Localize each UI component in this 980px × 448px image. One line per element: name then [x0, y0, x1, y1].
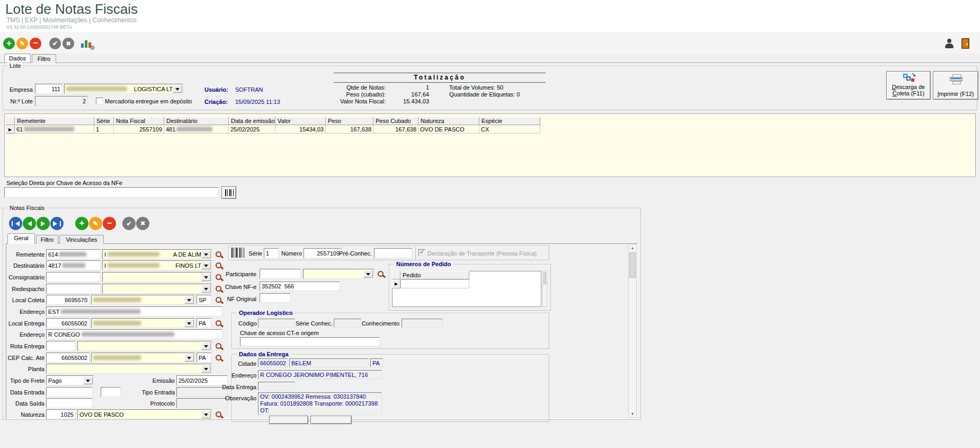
local-entrega-combo[interactable] [91, 318, 195, 328]
delete-button[interactable] [30, 38, 41, 49]
local-entrega-search-icon[interactable] [215, 320, 224, 328]
tab-dados[interactable]: Dados [4, 54, 31, 63]
grid-cell-peso[interactable]: 167,638 [326, 125, 373, 134]
dropdown-arrow-icon[interactable] [201, 365, 211, 373]
nf-form-scrollbar[interactable]: ▲ ▼ [628, 244, 637, 418]
rota-entrega-combo[interactable] [77, 341, 212, 351]
chave-nfe-field[interactable]: 352502 566 [260, 282, 340, 291]
grid-cell-serie[interactable]: 1 [94, 125, 114, 134]
pedidos-col-pedido[interactable]: Pedido [400, 271, 469, 279]
grid-cell-valor[interactable]: 15434,03 [275, 125, 326, 134]
nf-add-button[interactable] [75, 217, 88, 230]
redespacho-combo[interactable] [102, 284, 212, 294]
pedidos-cell-empty[interactable] [400, 279, 469, 288]
endereco-coleta-field[interactable]: EST [46, 306, 222, 317]
participante-combo[interactable] [303, 269, 374, 279]
edit-button[interactable] [16, 38, 28, 49]
nf-tab-vinculacoes[interactable]: Vinculações [59, 235, 104, 244]
tab-filtro[interactable]: Filtro [32, 54, 56, 63]
nf-delete-button[interactable] [103, 217, 116, 230]
consignatario-code-field[interactable] [46, 272, 101, 282]
rota-entrega-code-field[interactable] [46, 341, 76, 351]
dropdown-arrow-icon[interactable] [184, 319, 194, 327]
grid-col-remetente[interactable]: Remetente [15, 117, 94, 125]
chave-acesso-input[interactable] [4, 187, 218, 198]
deposito-checkbox[interactable] [96, 98, 103, 104]
entrega-button-clipped-2[interactable] [310, 416, 352, 424]
consignatario-combo[interactable] [102, 272, 212, 282]
natureza-code-field[interactable]: 1025 [46, 409, 76, 419]
grid-col-natureza[interactable]: Natureza [418, 117, 479, 125]
cep-calc-combo[interactable] [91, 353, 195, 363]
nr-lote-field[interactable]: 2 [35, 96, 88, 106]
data-saida-field[interactable] [46, 398, 93, 408]
destinatario-search-icon[interactable] [215, 262, 224, 270]
destinatario-code-field[interactable]: 4817 [46, 260, 101, 270]
nf-confirm-button[interactable] [122, 217, 136, 230]
descarga-coleta-button[interactable]: ↘ Descarga de Coleta (F11) [886, 71, 931, 100]
grid-cell-natureza[interactable]: OVO DE PASCO [418, 125, 479, 134]
redespacho-code-field[interactable] [46, 284, 101, 294]
grid-col-peso[interactable]: Peso [326, 117, 373, 125]
data-entrada-field[interactable] [46, 387, 93, 397]
empresa-name-combo[interactable]: LOGISTICA LT [64, 84, 183, 94]
grid-col-nota-fiscal[interactable]: Nota Fiscal [114, 117, 164, 125]
destinatario-name-combo[interactable]: I FINOS LT [102, 260, 212, 270]
local-coleta-code-field[interactable]: 6695570 [46, 295, 90, 305]
dropdown-arrow-icon[interactable] [184, 354, 194, 362]
serie-field[interactable]: 1 [264, 248, 279, 258]
cep-calc-code-field[interactable]: 66055002 [46, 353, 90, 363]
grid-cell-peso-cubado[interactable]: 167,638 [373, 125, 418, 134]
imprimir-button[interactable]: Imprimir (F12) [933, 71, 978, 100]
next-record-button[interactable] [37, 217, 50, 230]
nf-cancel-button[interactable] [136, 217, 149, 230]
grid-col-serie[interactable]: Série [94, 117, 114, 125]
prev-record-button[interactable] [23, 217, 36, 230]
dropdown-arrow-icon[interactable] [363, 270, 373, 278]
planta-combo[interactable] [46, 364, 212, 374]
pedidos-scrollbar[interactable] [542, 271, 547, 307]
last-record-button[interactable] [50, 217, 64, 230]
dropdown-arrow-icon[interactable] [201, 410, 211, 418]
dropdown-arrow-icon[interactable] [201, 250, 211, 258]
cep-calc-uf-field[interactable]: PA [197, 353, 211, 363]
grid-col-especie[interactable]: Espécie [479, 117, 540, 125]
grid-cell-data-emissao[interactable]: 25/02/2025 [229, 125, 275, 134]
dropdown-arrow-icon[interactable] [201, 285, 211, 293]
natureza-combo[interactable]: OVO DE PASCO [77, 409, 212, 419]
cancel-button[interactable] [63, 38, 74, 49]
remetente-search-icon[interactable] [215, 251, 224, 259]
grid-col-valor[interactable]: Valor [275, 117, 326, 125]
pre-conhec-field[interactable] [374, 248, 412, 258]
barcode-scan-button[interactable] [221, 186, 236, 199]
add-button[interactable] [3, 38, 15, 49]
nf-edit-button[interactable] [89, 217, 102, 230]
chave-cte-field[interactable] [240, 337, 380, 346]
nf-original-field[interactable] [260, 293, 290, 303]
grid-col-peso-cubado[interactable]: Peso Cubado [373, 117, 418, 125]
local-coleta-combo[interactable] [91, 295, 195, 305]
entrega-button-clipped-1[interactable] [269, 416, 308, 424]
grid-col-destinatario[interactable]: Destinatário [164, 117, 229, 125]
remetente-code-field[interactable]: 614 [46, 249, 101, 259]
local-coleta-uf-field[interactable]: SP [197, 295, 211, 305]
natureza-search-icon[interactable] [215, 411, 224, 419]
dropdown-arrow-icon[interactable] [201, 273, 211, 281]
chart-settings-icon[interactable]: ⚙ [80, 37, 94, 50]
nf-tab-geral[interactable]: Geral [7, 233, 35, 244]
grid-cell-remetente[interactable]: 61 [15, 125, 94, 134]
tipo-frete-combo[interactable]: Pago [46, 375, 94, 385]
endereco-entrega-field[interactable]: R CONEGO [46, 329, 222, 339]
first-record-button[interactable] [9, 217, 22, 230]
grid-cell-destinatario[interactable]: 481 [164, 125, 229, 134]
dropdown-arrow-icon[interactable] [201, 342, 211, 350]
dropdown-arrow-icon[interactable] [184, 296, 194, 304]
user-icon[interactable] [944, 38, 955, 49]
empresa-code-field[interactable]: 111 [35, 84, 63, 94]
participante-code-field[interactable] [260, 269, 301, 279]
participante-search-icon[interactable] [377, 270, 386, 278]
grid-col-data-emissao[interactable]: Data de emissão [229, 117, 275, 125]
rota-entrega-search-icon[interactable] [215, 342, 224, 350]
remetente-name-combo[interactable]: I A DE ALIM [102, 249, 212, 259]
dropdown-arrow-icon[interactable] [201, 261, 211, 269]
